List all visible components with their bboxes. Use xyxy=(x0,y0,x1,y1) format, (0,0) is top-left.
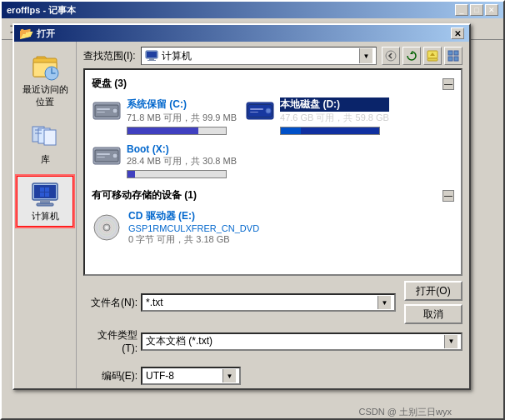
svg-point-29 xyxy=(112,108,118,113)
svg-rect-36 xyxy=(250,108,263,110)
svg-rect-15 xyxy=(45,192,49,197)
dialog-titlebar: 📂 打开 ✕ xyxy=(14,25,469,42)
svg-rect-19 xyxy=(148,60,156,61)
library-label: 库 xyxy=(41,153,50,166)
drive-X-bar xyxy=(127,170,227,178)
harddrives-grid: 系统保留 (C:) 71.8 MB 可用，共 99.9 MB xyxy=(92,98,454,178)
drive-C-label: 系统保留 (C:) xyxy=(127,98,237,112)
drive-X[interactable]: Boot (X:) 28.4 MB 可用，共 30.8 MB xyxy=(92,143,237,178)
svg-rect-37 xyxy=(250,112,258,112)
drive-C-info: 系统保留 (C:) 71.8 MB 可用，共 99.9 MB xyxy=(127,98,237,124)
filename-dropdown-arrow[interactable]: ▼ xyxy=(378,296,391,309)
dialog-main: 查找范围(I): 计算机 ▼ xyxy=(77,42,469,388)
drive-E-free: 0 字节 可用，共 3.18 GB xyxy=(128,233,259,246)
harddrives-collapse-btn[interactable]: — xyxy=(442,78,454,90)
svg-point-45 xyxy=(105,226,108,229)
open-cancel-buttons: 打开(O) 取消 xyxy=(404,281,462,324)
filetype-row: 文件类型(T): 文本文档 (*.txt) ▼ xyxy=(83,328,462,354)
filetype-combo[interactable]: 文本文档 (*.txt) ▼ xyxy=(141,332,462,351)
removable-section-header: 有可移动存储的设备 (1) — xyxy=(92,188,454,202)
drive-C-bar xyxy=(127,127,227,135)
drive-C-free: 71.8 MB 可用，共 99.9 MB xyxy=(127,112,237,124)
svg-rect-13 xyxy=(45,188,49,192)
back-button[interactable] xyxy=(382,47,400,65)
computer-small-icon xyxy=(145,50,158,62)
drive-C-header: 系统保留 (C:) 71.8 MB 可用，共 99.9 MB xyxy=(92,98,237,124)
hdd-D-icon xyxy=(245,99,275,122)
svg-rect-17 xyxy=(147,52,157,58)
svg-rect-24 xyxy=(454,51,458,55)
maximize-button[interactable]: □ xyxy=(470,4,483,16)
drive-D-header: 本地磁盘 (D:) 47.6 GB 可用，共 59.8 GB xyxy=(245,98,389,124)
drive-X-info: Boot (X:) 28.4 MB 可用，共 30.8 MB xyxy=(127,143,237,168)
drive-D-free: 47.6 GB 可用，共 59.8 GB xyxy=(280,112,389,124)
drive-X-fill xyxy=(128,171,135,178)
open-button[interactable]: 打开(O) xyxy=(404,281,462,301)
drive-E[interactable]: CD 驱动器 (E:) GSP1RMCULXFRER_CN_DVD 0 字节 可… xyxy=(92,209,454,246)
library-icon xyxy=(30,122,60,152)
drive-C-fill xyxy=(128,128,198,134)
cancel-button[interactable]: 取消 xyxy=(404,304,462,324)
dialog-form: 文件名(N): *.txt ▼ 打开(O) 取消 文件类型(T): 文本文档 (… xyxy=(77,276,469,363)
sidebar-item-library[interactable]: 库 xyxy=(17,118,73,169)
svg-rect-5 xyxy=(44,130,56,145)
svg-rect-42 xyxy=(97,157,105,158)
removable-collapse-btn[interactable]: — xyxy=(442,190,454,202)
sidebar-item-computer[interactable]: 计算机 xyxy=(17,176,73,227)
encoding-label: 编码(E): xyxy=(83,369,138,383)
drive-C[interactable]: 系统保留 (C:) 71.8 MB 可用，共 99.9 MB xyxy=(92,98,237,135)
computer-label: 计算机 xyxy=(32,210,59,222)
svg-rect-26 xyxy=(454,57,458,61)
drive-E-sublabel: GSP1RMCULXFRER_CN_DVD xyxy=(128,223,259,233)
svg-rect-41 xyxy=(97,153,110,155)
removable-section: 有可移动存储的设备 (1) — xyxy=(92,188,454,246)
filetype-dropdown-arrow[interactable]: ▼ xyxy=(444,335,458,348)
minimize-button[interactable]: _ xyxy=(455,4,468,16)
filename-label: 文件名(N): xyxy=(83,296,138,310)
svg-rect-30 xyxy=(97,108,110,110)
filetype-label: 文件类型(T): xyxy=(83,328,138,354)
drive-D-fill xyxy=(281,128,301,134)
encoding-dropdown-arrow[interactable]: ▼ xyxy=(222,369,236,382)
drive-X-header: Boot (X:) 28.4 MB 可用，共 30.8 MB xyxy=(92,143,237,168)
notepad-title-buttons: _ □ ✕ xyxy=(455,4,498,16)
dialog-title: 📂 打开 xyxy=(19,27,55,40)
dialog-close-button[interactable]: ✕ xyxy=(451,28,464,39)
drive-D[interactable]: 本地磁盘 (D:) 47.6 GB 可用，共 59.8 GB xyxy=(245,98,389,135)
svg-point-20 xyxy=(386,51,396,61)
harddrives-section-header: 硬盘 (3) — xyxy=(92,77,454,91)
drive-E-info: CD 驱动器 (E:) GSP1RMCULXFRER_CN_DVD 0 字节 可… xyxy=(128,209,259,246)
location-combo[interactable]: 计算机 ▼ xyxy=(141,47,377,65)
svg-rect-14 xyxy=(40,192,44,197)
refresh-button[interactable] xyxy=(402,47,421,65)
notepad-title: erofflps - 记事本 xyxy=(7,4,76,17)
drive-D-bar xyxy=(280,127,380,135)
sidebar-item-recent[interactable]: 最近访问的位置 xyxy=(17,48,73,112)
drive-E-label: CD 驱动器 (E:) xyxy=(128,209,259,223)
location-dropdown-arrow[interactable]: ▼ xyxy=(359,48,372,63)
toolbar-label: 查找范围(I): xyxy=(83,49,136,63)
hdd-X-icon xyxy=(92,144,122,168)
removable-title: 有可移动存储的设备 (1) xyxy=(92,188,197,202)
close-button[interactable]: ✕ xyxy=(485,4,498,16)
svg-rect-12 xyxy=(40,188,44,192)
svg-rect-31 xyxy=(97,112,105,112)
svg-rect-23 xyxy=(448,51,452,55)
dialog-toolbar: 查找范围(I): 计算机 ▼ xyxy=(77,42,469,68)
svg-rect-18 xyxy=(149,58,154,60)
cd-icon xyxy=(92,212,122,242)
view-button[interactable] xyxy=(444,47,462,65)
encoding-combo[interactable]: UTF-8 ▼ xyxy=(141,367,241,385)
up-button[interactable] xyxy=(423,47,442,65)
svg-point-35 xyxy=(266,108,271,113)
svg-rect-25 xyxy=(448,57,452,61)
computer-icon xyxy=(30,180,60,210)
status-bar: CSDN @ 土别三日wyx xyxy=(356,404,455,420)
open-dialog: 📂 打开 ✕ 最近访问的位置 xyxy=(12,23,471,390)
filename-row: 文件名(N): *.txt ▼ 打开(O) 取消 xyxy=(83,281,462,324)
files-area[interactable]: 硬盘 (3) — xyxy=(83,68,462,276)
filename-input[interactable]: *.txt ▼ xyxy=(141,293,396,312)
encoding-row: 编码(E): UTF-8 ▼ xyxy=(77,363,469,388)
hdd-C-icon xyxy=(92,99,122,122)
drive-D-info: 本地磁盘 (D:) 47.6 GB 可用，共 59.8 GB xyxy=(280,98,389,124)
